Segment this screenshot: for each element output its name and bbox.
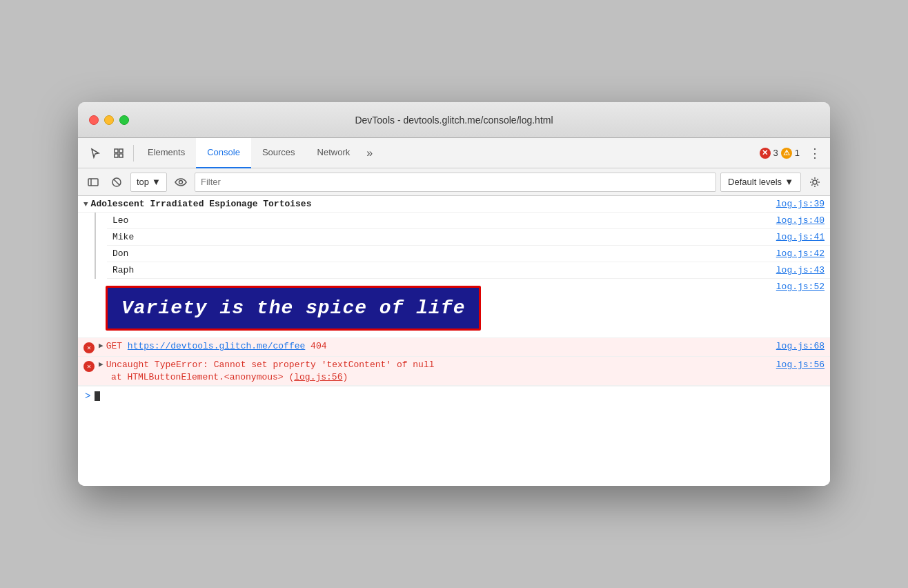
settings-btn[interactable]	[805, 173, 825, 192]
svg-point-9	[813, 180, 817, 184]
raph-text: Raph	[112, 265, 776, 275]
levels-label: Default levels	[728, 177, 782, 187]
context-value: top	[137, 177, 149, 187]
maximize-button[interactable]	[119, 115, 129, 125]
svg-rect-0	[115, 149, 118, 153]
title-bar: DevTools - devtools.glitch.me/console/lo…	[78, 102, 830, 138]
log-row-mike: Mike log.js:41	[107, 229, 830, 246]
variety-box: Variety is the spice of life	[106, 286, 481, 331]
tab-console[interactable]: Console	[196, 138, 251, 168]
get-url[interactable]: https://devtools.glitch.me/coffee	[128, 341, 305, 351]
levels-dropdown[interactable]: Default levels ▼	[720, 173, 801, 192]
warning-icon: ⚠	[781, 148, 792, 159]
tab-more[interactable]: »	[361, 138, 378, 168]
group-children: Leo log.js:40 Mike log.js:41 Don log.js:…	[95, 213, 830, 279]
don-text: Don	[112, 248, 776, 259]
levels-arrow: ▼	[784, 177, 793, 187]
svg-line-7	[114, 179, 119, 185]
svg-rect-2	[115, 154, 118, 157]
raph-link[interactable]: log.js:43	[776, 265, 825, 275]
get-error-link[interactable]: log.js:68	[776, 341, 825, 351]
close-button[interactable]	[89, 115, 99, 125]
log-row-group[interactable]: ▼ Adolescent Irradiated Espionage Tortoi…	[78, 196, 830, 213]
typeerror-expand-arrow[interactable]: ▶	[99, 360, 103, 369]
traffic-lights	[89, 115, 129, 125]
typeerror-sublink[interactable]: log.js:56	[294, 372, 342, 382]
status-404: 404	[310, 341, 326, 351]
group-expand-arrow: ▼	[83, 200, 88, 208]
tab-network[interactable]: Network	[306, 138, 362, 168]
don-link[interactable]: log.js:42	[776, 248, 825, 259]
devtools-body: Elements Console Sources Network » ✕ 3 ⚠…	[78, 138, 830, 486]
tab-elements[interactable]: Elements	[137, 138, 196, 168]
log-row-raph: Raph log.js:43	[107, 262, 830, 279]
error-row-typeerror[interactable]: ✕ ▶ Uncaught TypeError: Cannot set prope…	[78, 357, 830, 386]
sidebar-toggle-btn[interactable]	[83, 173, 103, 192]
eye-icon-btn[interactable]	[171, 173, 190, 192]
svg-rect-3	[119, 154, 123, 157]
error-icon-2: ✕	[83, 361, 95, 372]
devtools-window: DevTools - devtools.glitch.me/console/lo…	[78, 102, 830, 486]
svg-rect-1	[119, 149, 123, 153]
svg-point-8	[179, 180, 182, 184]
error-icon-1: ✕	[83, 342, 95, 353]
warning-count: 1	[795, 148, 800, 158]
log-row-leo: Leo log.js:40	[107, 213, 830, 229]
tab-sources[interactable]: Sources	[251, 138, 306, 168]
console-prompt-symbol: >	[85, 391, 90, 402]
typeerror-link[interactable]: log.js:56	[776, 360, 825, 370]
error-count: 3	[773, 148, 778, 158]
clear-console-btn[interactable]	[107, 173, 126, 192]
window-title: DevTools - devtools.glitch.me/console/lo…	[355, 115, 553, 126]
variety-text: Variety is the spice of life	[121, 297, 465, 319]
minimize-button[interactable]	[104, 115, 114, 125]
get-label: GET	[106, 341, 128, 351]
variety-log-row: Variety is the spice of life log.js:52	[78, 279, 830, 338]
console-input-row: >	[78, 386, 830, 406]
console-toolbar: top ▼ Default levels ▼	[78, 168, 830, 196]
error-icon: ✕	[760, 148, 771, 159]
toolbar-divider	[133, 145, 134, 161]
mike-link[interactable]: log.js:41	[776, 232, 825, 242]
console-cursor	[95, 391, 100, 401]
filter-input[interactable]	[195, 173, 716, 192]
main-toolbar: Elements Console Sources Network » ✕ 3 ⚠…	[78, 138, 830, 168]
console-content: ▼ Adolescent Irradiated Espionage Tortoi…	[78, 196, 830, 486]
get-error-text: GET https://devtools.glitch.me/coffee 40…	[106, 341, 327, 351]
mike-text: Mike	[112, 232, 776, 242]
variety-link[interactable]: log.js:52	[776, 282, 825, 292]
error-badge-area: ✕ 3 ⚠ 1	[760, 148, 800, 159]
typeerror-text: Uncaught TypeError: Cannot set property …	[106, 360, 435, 370]
leo-link[interactable]: log.js:40	[776, 215, 825, 226]
group-link[interactable]: log.js:39	[776, 199, 825, 209]
tab-bar: Elements Console Sources Network »	[137, 138, 760, 168]
cursor-icon-btn[interactable]	[83, 141, 107, 165]
group-text: Adolescent Irradiated Espionage Tortoise…	[91, 199, 776, 209]
svg-rect-4	[88, 179, 98, 186]
get-expand-arrow[interactable]: ▶	[99, 341, 103, 350]
log-row-don: Don log.js:42	[107, 246, 830, 262]
inspect-icon-btn[interactable]	[107, 141, 130, 165]
typeerror-subtext: at HTMLButtonElement.<anonymous> (log.js…	[111, 372, 348, 382]
leo-text: Leo	[112, 215, 776, 226]
context-dropdown-arrow: ▼	[152, 177, 161, 187]
more-options-button[interactable]: ⋮	[805, 144, 825, 163]
context-selector[interactable]: top ▼	[130, 173, 167, 192]
error-row-get[interactable]: ✕ ▶ GET https://devtools.glitch.me/coffe…	[78, 338, 830, 357]
